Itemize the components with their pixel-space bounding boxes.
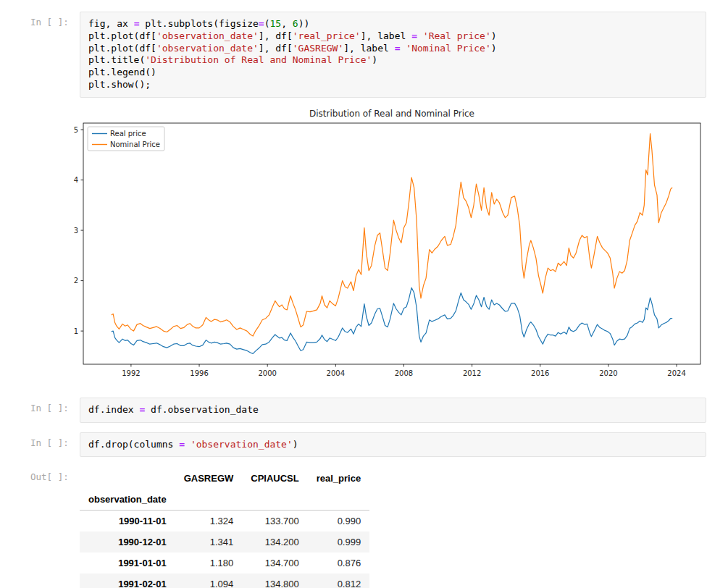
table-row: 1991-02-011.094134.8000.812	[80, 574, 369, 588]
y-tick-label: 2	[74, 277, 78, 285]
code-text-1: fig, ax = plt.subplots(figsize=(15, 6))p…	[88, 18, 698, 91]
chart-output-area: Distribution of Real and Nominal Price19…	[80, 107, 706, 388]
cell-value: 0.876	[308, 553, 369, 574]
y-tick-label: 1	[74, 327, 78, 335]
plot-area	[83, 123, 700, 364]
notebook: In [ ]: fig, ax = plt.subplots(figsize=(…	[0, 0, 728, 588]
input-prompt-1: In [ ]:	[30, 12, 80, 28]
table-output-area: GASREGWCPIAUCSLreal_priceobservation_dat…	[80, 466, 706, 588]
cell-value: 134.800	[242, 574, 307, 588]
row-index: 1990-11-01	[80, 511, 175, 532]
cell-value: 1.094	[175, 574, 243, 588]
chart-output-cell: Distribution of Real and Nominal Price19…	[0, 107, 728, 388]
cell-value: 134.200	[242, 532, 307, 553]
x-tick-label: 2016	[531, 369, 549, 377]
x-tick-label: 1992	[122, 369, 140, 377]
x-tick-label: 2020	[599, 369, 617, 377]
dataframe-table: GASREGWCPIAUCSLreal_priceobservation_dat…	[80, 468, 369, 588]
cell-value: 0.990	[308, 511, 369, 532]
cell-value: 1.341	[175, 532, 243, 553]
table-row: 1990-12-011.341134.2000.999	[80, 532, 369, 553]
row-index: 1990-12-01	[80, 532, 175, 553]
code-editor-2[interactable]: df.index = df.observation_date	[80, 398, 706, 423]
column-header: GASREGW	[175, 468, 243, 489]
input-prompt-2: In [ ]:	[30, 398, 80, 413]
y-tick-label: 3	[74, 226, 78, 234]
x-tick-label: 2008	[395, 369, 413, 377]
code-cell-1: In [ ]: fig, ax = plt.subplots(figsize=(…	[0, 12, 728, 98]
x-tick-label: 1996	[190, 369, 208, 377]
cell-value: 0.812	[308, 574, 369, 588]
row-index: 1991-02-01	[80, 574, 175, 588]
code-cell-3: In [ ]: df.drop(columns = 'observation_d…	[0, 432, 728, 458]
code-editor-1[interactable]: fig, ax = plt.subplots(figsize=(15, 6))p…	[80, 12, 706, 98]
row-index: 1991-01-01	[80, 553, 175, 574]
code-text-2: df.index = df.observation_date	[88, 404, 698, 416]
x-tick-label: 2024	[667, 369, 685, 377]
x-tick-label: 2000	[258, 369, 276, 377]
x-tick-label: 2004	[327, 369, 345, 377]
cell-value: 134.700	[242, 553, 307, 574]
input-prompt-3: In [ ]:	[30, 432, 80, 448]
cell-value: 133.700	[242, 511, 307, 532]
code-text-3: df.drop(columns = 'observation_date')	[88, 439, 698, 451]
code-cell-2: In [ ]: df.index = df.observation_date	[0, 398, 728, 423]
chart-figure: Distribution of Real and Nominal Price19…	[62, 107, 706, 388]
legend-label-nominal: Nominal Price	[110, 140, 160, 148]
table-row: 1991-01-011.180134.7000.876	[80, 553, 369, 574]
cell-value: 0.999	[308, 532, 369, 553]
column-header: CPIAUCSL	[242, 468, 307, 489]
index-header-blank	[80, 468, 175, 489]
table-row: 1990-11-011.324133.7000.990	[80, 511, 369, 532]
cell-value: 1.180	[175, 553, 243, 574]
y-tick-label: 5	[74, 125, 78, 133]
legend-label-real: Real price	[110, 130, 146, 138]
column-header: real_price	[308, 468, 369, 489]
cell-value: 1.324	[175, 511, 243, 532]
x-tick-label: 2012	[463, 369, 481, 377]
index-name: observation_date	[80, 489, 175, 511]
output-prompt: Out[ ]:	[30, 466, 80, 482]
table-output-cell: Out[ ]: GASREGWCPIAUCSLreal_priceobserva…	[0, 466, 728, 588]
y-tick-label: 4	[74, 176, 78, 184]
line-chart: Distribution of Real and Nominal Price19…	[62, 107, 706, 385]
chart-title: Distribution of Real and Nominal Price	[309, 109, 474, 119]
code-editor-3[interactable]: df.drop(columns = 'observation_date')	[80, 432, 706, 458]
